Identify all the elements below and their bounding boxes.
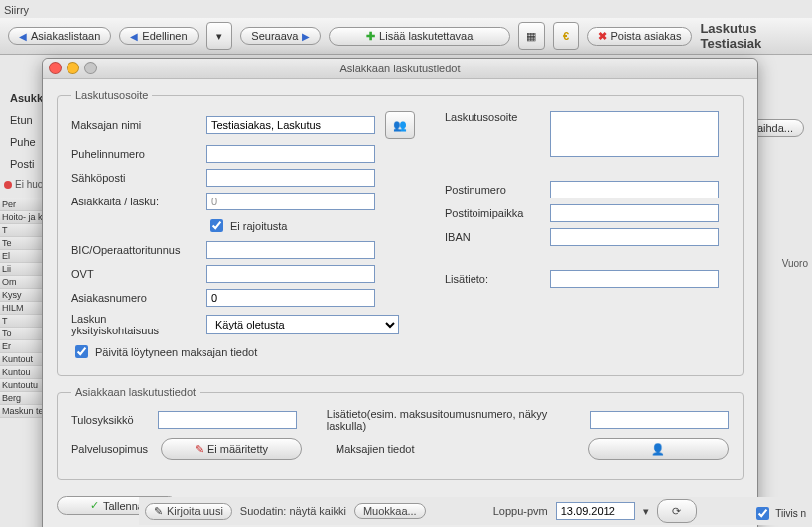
ei-huor-indicator: Ei huor <box>4 179 47 190</box>
kirjoita-label: Kirjoita uusi <box>167 505 223 517</box>
sidebar-item[interactable]: Kuntou <box>0 366 42 379</box>
ei-rajoitusta-checkbox[interactable]: Ei rajoitusta <box>206 216 287 235</box>
maksajan-nimi-input[interactable] <box>206 116 375 134</box>
postinumero-label: Postinumero <box>445 184 540 196</box>
sahkoposti-input[interactable] <box>206 169 375 187</box>
maksajien-tiedot-button[interactable]: 👤 <box>588 438 729 460</box>
bic-label: BIC/Operaattoritunnus <box>71 244 197 256</box>
pick-person-button[interactable]: 👥 <box>385 111 415 139</box>
plus-icon: ✚ <box>366 30 375 43</box>
close-window-icon[interactable] <box>49 62 62 74</box>
palvelusopimus-label: Palvelusopimus <box>71 443 151 455</box>
kirjoita-uusi-button[interactable]: ✎Kirjoita uusi <box>145 503 232 520</box>
bic-input[interactable] <box>206 241 375 259</box>
puhelinnumero-label: Puhelinnumero <box>71 148 197 160</box>
paivita-check-input[interactable] <box>75 345 88 358</box>
grid-icon: ▦ <box>526 30 536 43</box>
ovt-input[interactable] <box>206 265 375 283</box>
sahkoposti-label: Sähköposti <box>71 172 197 184</box>
pencil-icon: ✎ <box>195 443 203 456</box>
sidebar-item[interactable]: El <box>0 250 42 263</box>
sidebar-item[interactable]: Te <box>0 237 42 250</box>
arrow-right-icon: ▶ <box>302 31 310 42</box>
postitoimipaikka-label: Postitoimipaikka <box>445 207 540 219</box>
lisaa-laskutettavaa-button[interactable]: ✚Lisää laskutettavaa <box>329 27 509 46</box>
iban-label: IBAN <box>445 231 540 243</box>
asiakaslistaan-label: Asiakaslistaan <box>31 30 100 42</box>
sidebar-item[interactable]: Er <box>0 340 42 353</box>
asiakasnumero-input[interactable] <box>206 289 375 307</box>
lisatieto2-input[interactable] <box>590 411 729 429</box>
lisatieto2-label: Lisätieto(esim. maksusitoumusnumero, näk… <box>327 408 580 432</box>
paivita-checkbox[interactable]: Päivitä löytyneen maksajan tiedot <box>71 342 415 361</box>
red-dot-icon <box>4 181 12 189</box>
vuoro-label: Vuoro <box>782 258 808 269</box>
tulosyksikko-input[interactable] <box>158 411 297 429</box>
modal-titlebar: Asiakkaan laskutustiedot <box>43 59 757 79</box>
seuraava-label: Seuraava <box>251 30 298 42</box>
tallenna-label: Tallenna <box>103 500 144 512</box>
seuraava-button[interactable]: Seuraava▶ <box>240 27 321 45</box>
euro-icon: € <box>563 30 569 42</box>
postinumero-input[interactable] <box>550 181 719 198</box>
iban-input[interactable] <box>550 228 719 246</box>
laskutusosoite-textarea[interactable] <box>550 111 719 157</box>
refresh-icon: ⟳ <box>672 505 681 518</box>
lisatieto-input[interactable] <box>550 270 719 288</box>
tiivis-check-input[interactable] <box>756 507 769 520</box>
modal-title-text: Asiakkaan laskutustiedot <box>339 63 460 74</box>
ei-maaritetty-label: Ei määritetty <box>207 443 268 455</box>
sidebar-item[interactable]: Lii <box>0 263 42 276</box>
yksityiskohtaisuus-select[interactable]: Käytä oletusta <box>206 315 399 334</box>
euro-button[interactable]: € <box>553 22 580 50</box>
loppu-pvm-input[interactable] <box>556 502 635 520</box>
tool-button-1[interactable]: ▦ <box>518 22 545 50</box>
muokkaa-button[interactable]: Muokkaa... <box>354 503 426 519</box>
yksityiskohtaisuus-label: Laskun yksityiskohtaisuus <box>71 313 197 336</box>
tiivis-checkbox[interactable]: Tiivis n <box>752 504 806 523</box>
sidebar-item[interactable]: T <box>0 224 42 237</box>
maksajien-tiedot-label: Maksajien tiedot <box>336 443 415 455</box>
refresh-button[interactable]: ⟳ <box>657 499 697 523</box>
lisatieto-label: Lisätieto: <box>445 273 540 285</box>
sidebar-item[interactable]: Per <box>0 198 42 211</box>
sidebar-item[interactable]: HILM <box>0 302 42 315</box>
ei-rajoitusta-check-input[interactable] <box>210 219 223 232</box>
sidebar-item[interactable]: T <box>0 315 42 328</box>
sidebar-item[interactable]: Berg <box>0 392 42 405</box>
footer-bar: ✎Kirjoita uusi Suodatin: näytä kaikki Mu… <box>139 497 812 525</box>
edellinen-label: Edellinen <box>142 30 187 42</box>
main-toolbar: ◀Asiakaslistaan ◀Edellinen ▾ Seuraava▶ ✚… <box>0 18 812 55</box>
sidebar-item[interactable]: Om <box>0 276 42 289</box>
dropdown-button[interactable]: ▾ <box>206 22 233 50</box>
edellinen-button[interactable]: ◀Edellinen <box>119 27 198 45</box>
arrow-left-icon: ◀ <box>130 31 138 42</box>
fs1-legend: Laskutusosoite <box>71 89 152 101</box>
postitoimipaikka-input[interactable] <box>550 204 719 222</box>
sidebar-item[interactable]: Kuntoutu <box>0 379 42 392</box>
poista-asiakas-button[interactable]: ✖Poista asiakas <box>587 27 692 46</box>
ei-rajoitusta-text: Ei rajoitusta <box>230 220 287 232</box>
maksajan-nimi-label: Maksajan nimi <box>71 119 197 131</box>
lisaa-label: Lisää laskutettavaa <box>379 30 473 42</box>
ei-maaritetty-button[interactable]: ✎Ei määritetty <box>161 438 302 460</box>
asiakkaita-lasku-label: Asiakkaita / lasku: <box>71 196 197 207</box>
date-picker-icon[interactable]: ▾ <box>643 505 649 518</box>
person-icon: 👤 <box>651 443 665 456</box>
asiakaslistaan-button[interactable]: ◀Asiakaslistaan <box>8 27 111 45</box>
sidebar-item[interactable]: Kysy <box>0 289 42 302</box>
sidebar-item[interactable]: Maskun testi <box>0 405 42 418</box>
puhelinnumero-input[interactable] <box>206 145 375 163</box>
asiakkaita-lasku-input[interactable] <box>206 193 375 210</box>
x-icon: ✖ <box>598 30 607 43</box>
sidebar-item[interactable]: Kuntout <box>0 353 42 366</box>
sidebar-item[interactable]: Hoito- ja k <box>0 211 42 224</box>
sidebar-item[interactable]: To <box>0 328 42 340</box>
laskutusosoite-label: Laskutusosoite <box>445 111 540 123</box>
billing-info-modal: Asiakkaan laskutustiedot Laskutusosoite … <box>42 58 758 527</box>
loppu-pvm-label: Loppu-pvm <box>493 505 548 517</box>
suodatin-label: Suodatin: näytä kaikki <box>240 505 346 517</box>
minimize-window-icon[interactable] <box>67 62 79 74</box>
poista-label: Poista asiakas <box>610 30 681 42</box>
zoom-window-icon[interactable] <box>84 62 97 74</box>
